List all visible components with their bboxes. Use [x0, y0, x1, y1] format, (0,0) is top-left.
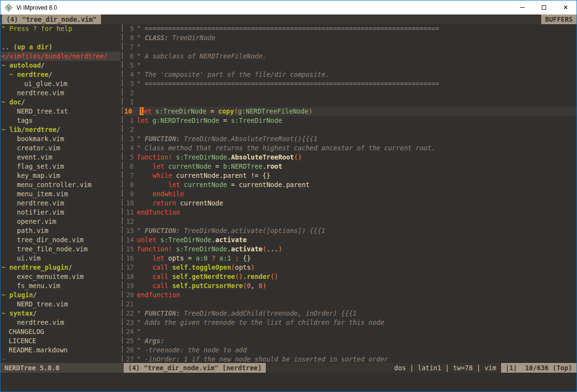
tree-item[interactable]: key_map.vim: [0, 171, 120, 180]
tree-item[interactable]: nerdtree.vim: [0, 318, 120, 327]
minimize-button[interactable]: [511, 0, 533, 15]
code-text: ": [137, 327, 577, 336]
line-number: 20: [124, 290, 137, 300]
code-text: " FUNCTION: TreeDirNode.activate([option…: [137, 226, 577, 235]
code-line[interactable]: 3" =====================================…: [124, 79, 577, 88]
line-number: 14: [124, 235, 137, 245]
code-line[interactable]: 1: [124, 98, 577, 107]
code-line[interactable]: 2: [124, 125, 577, 134]
tree-item[interactable]: LICENCE: [0, 336, 120, 346]
code-line[interactable]: 24": [124, 327, 577, 336]
maximize-button[interactable]: [533, 0, 555, 15]
code-line[interactable]: 21: [124, 300, 577, 309]
tree-root-path[interactable]: </vimfiles/bundle/nerdtree/: [0, 52, 120, 61]
tree-item[interactable]: NERD_tree.txt: [0, 107, 120, 116]
tree-item[interactable]: .. (up a dir): [0, 43, 120, 52]
line-number: 3: [124, 134, 137, 144]
code-line[interactable]: 10 return currentNode: [124, 199, 577, 208]
tree-item[interactable]: creator.vim: [0, 144, 120, 153]
line-number: 6: [124, 162, 137, 171]
code-text: " CLASS: TreeDirNode: [137, 33, 577, 43]
tree-item[interactable]: tags: [0, 116, 120, 125]
code-line[interactable]: 2: [124, 88, 577, 98]
tree-item[interactable]: tree_dir_node.vim: [0, 235, 120, 245]
tree-item[interactable]: ~ doc/: [0, 98, 120, 107]
code-line[interactable]: 20endfunction: [124, 290, 577, 300]
code-line[interactable]: 14unlet s:TreeDirNode.activate: [124, 235, 577, 245]
buffer-tab-active[interactable]: (4) "tree_dir_node.vim": [2, 15, 101, 24]
tree-item[interactable]: ui_glue.vim: [0, 79, 120, 88]
code-line[interactable]: 11endfunction: [124, 208, 577, 217]
code-line[interactable]: 18 call self.getNerdtree().render(): [124, 272, 577, 281]
nerdtree-window: " Press ? for help.. (up a dir)</vimfile…: [0, 24, 120, 363]
code-line[interactable]: 1let g:NERDTreeDirNode = s:TreeDirNode: [124, 116, 577, 125]
tree-item[interactable]: menu_controller.vim: [0, 180, 120, 189]
tree-item[interactable]: ~ autoload/: [0, 61, 120, 70]
close-button[interactable]: ✕: [555, 0, 577, 15]
tree-item[interactable]: CHANGELOG: [0, 327, 120, 336]
code-line[interactable]: 7": [124, 43, 577, 52]
tree-item[interactable]: ~ lib/nerdtree/: [0, 125, 120, 134]
tree-item[interactable]: ~ nerdtree/: [0, 70, 120, 79]
code-text: " ======================================…: [137, 79, 577, 88]
tree-item[interactable]: nerdtree.vim: [0, 88, 120, 98]
line-number: 1: [124, 116, 137, 125]
code-line[interactable]: 9 endwhile: [124, 189, 577, 199]
code-line[interactable]: 8 let currentNode = currentNode.parent: [124, 180, 577, 189]
tree-item[interactable]: ~ nerdtree_plugin/: [0, 263, 120, 272]
tree-item[interactable]: path.vim: [0, 226, 120, 235]
tree-item[interactable]: flag_set.vim: [0, 162, 120, 171]
code-text: function! s:TreeDirNode.AbsoluteTreeRoot…: [137, 153, 577, 162]
command-line[interactable]: [0, 373, 577, 392]
code-line[interactable]: 5function! s:TreeDirNode.AbsoluteTreeRoo…: [124, 153, 577, 162]
tree-item[interactable]: tree_file_node.vim: [0, 245, 120, 254]
code-line[interactable]: 26" -treenode: the node to add: [124, 346, 577, 355]
line-number: 1: [124, 98, 137, 107]
tree-item[interactable]: menu_item.vim: [0, 189, 120, 199]
code-line[interactable]: 9" =====================================…: [124, 24, 577, 33]
code-line[interactable]: 3" FUNCTION: TreeDirNode.AbsoluteTreeRoo…: [124, 134, 577, 144]
tree-item[interactable]: notifier.vim: [0, 208, 120, 217]
tree-item[interactable]: bookmark.vim: [0, 134, 120, 144]
tree-item[interactable]: README.markdown: [0, 346, 120, 355]
window-split-separator[interactable]: [120, 24, 124, 363]
code-text: call self.toggleOpen(opts): [137, 263, 577, 272]
tree-item[interactable]: ~ plugin/: [0, 290, 120, 300]
code-line[interactable]: 6 let currentNode = b:NERDTree.root: [124, 162, 577, 171]
code-text: while currentNode.parent != {}: [137, 171, 577, 180]
tree-item[interactable]: ~ syntax/: [0, 309, 120, 318]
code-text: " FUNCTION: TreeDirNode.AbsoluteTreeRoot…: [137, 134, 577, 144]
code-line[interactable]: 25" Args:: [124, 336, 577, 346]
code-line[interactable]: 5": [124, 61, 577, 70]
code-line[interactable]: 12: [124, 217, 577, 226]
line-number: 24: [124, 327, 137, 336]
code-line[interactable]: 4" The 'composite' part of the file/dir …: [124, 70, 577, 79]
code-line[interactable]: 16 let opts = a:0 ? a:1 : {}: [124, 254, 577, 263]
code-line[interactable]: 4" Class method that returns the highest…: [124, 144, 577, 153]
line-number: 23: [124, 318, 137, 327]
code-line[interactable]: 23" Adds the given treenode to the list …: [124, 318, 577, 327]
code-line[interactable]: 15function! s:TreeDirNode.activate(...): [124, 245, 577, 254]
code-line[interactable]: 13" FUNCTION: TreeDirNode.activate([opti…: [124, 226, 577, 235]
code-line[interactable]: 6" A subclass of NERDTreeFileNode.: [124, 52, 577, 61]
tree-item[interactable]: NERD_tree.vim: [0, 300, 120, 309]
code-line[interactable]: 19 call self.putCursorHere(0, 0): [124, 281, 577, 290]
tree-item[interactable]: " Press ? for help: [0, 24, 120, 33]
tree-item[interactable]: nerdtree.vim: [0, 199, 120, 208]
vim-window: V Vi IMproved 8.0 ✕ (4) "tree_dir_node.v…: [0, 0, 577, 392]
line-number: 13: [124, 226, 137, 235]
code-line[interactable]: 17 call self.toggleOpen(opts): [124, 263, 577, 272]
code-text: call self.getNerdtree().render(): [137, 272, 577, 281]
code-line[interactable]: 27" -inOrder: 1 if the new node should b…: [124, 355, 577, 363]
code-line[interactable]: 8" CLASS: TreeDirNode: [124, 33, 577, 43]
tree-item[interactable]: fs_menu.vim: [0, 281, 120, 290]
code-text: endwhile: [137, 189, 577, 199]
tree-item[interactable]: event.vim: [0, 153, 120, 162]
tree-item[interactable]: exec_menuitem.vim: [0, 272, 120, 281]
code-line[interactable]: 7 while currentNode.parent != {}: [124, 171, 577, 180]
tree-item[interactable]: ~: [0, 355, 120, 363]
tree-item[interactable]: ui.vim: [0, 254, 120, 263]
code-line[interactable]: 22" FUNCTION: TreeDirNode.addChild(treen…: [124, 309, 577, 318]
code-line-current[interactable]: 10let s:TreeDirNode = copy(g:NERDTreeFil…: [124, 107, 577, 116]
tree-item[interactable]: opener.vim: [0, 217, 120, 226]
